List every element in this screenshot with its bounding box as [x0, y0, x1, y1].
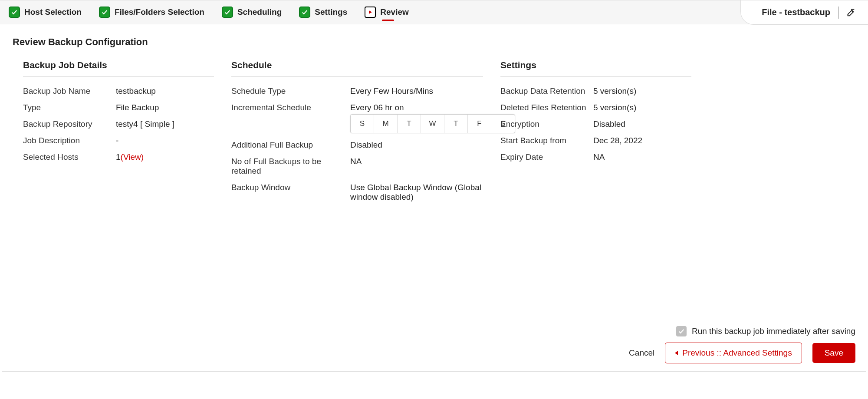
day-wed[interactable]: W: [421, 115, 444, 133]
step-files-folders-selection[interactable]: Files/Folders Selection: [99, 0, 204, 24]
label: Start Backup from: [500, 136, 587, 145]
label: Backup Window: [231, 183, 344, 202]
value: File Backup: [116, 103, 159, 112]
check-icon: [9, 7, 20, 18]
value: Every 06 hr on S M T W T F S: [350, 103, 515, 133]
label: Schedule Type: [231, 86, 344, 96]
context-tab: File - testbackup: [740, 0, 868, 25]
value: 5 version(s): [593, 103, 636, 112]
label: Type: [23, 103, 110, 112]
section-details: Backup Job Details Backup Job Name testb…: [23, 60, 214, 205]
value: Dec 28, 2022: [593, 136, 642, 145]
row-schedule-type: Schedule Type Every Few Hours/Mins: [231, 83, 483, 99]
label: Incremental Schedule: [231, 103, 344, 133]
hosts-count: 1: [116, 152, 121, 162]
edit-icon[interactable]: [846, 8, 856, 17]
value: testbackup: [116, 86, 156, 96]
view-hosts-link[interactable]: (View): [121, 152, 144, 162]
context-label: File - testbackup: [762, 7, 830, 17]
step-host-selection[interactable]: Host Selection: [9, 0, 82, 24]
row-deleted-retention: Deleted Files Retention 5 version(s): [500, 99, 691, 116]
label: Job Description: [23, 136, 110, 145]
row-expiry: Expiry Date NA: [500, 149, 691, 165]
check-icon: [99, 7, 110, 18]
incremental-text: Every 06 hr on: [350, 103, 515, 112]
page-title: Review Backup Configuration: [13, 36, 855, 48]
day-selector: S M T W T F S: [350, 114, 515, 133]
step-settings[interactable]: Settings: [299, 0, 347, 24]
value: -: [116, 136, 118, 145]
divider: [838, 7, 838, 19]
cancel-button[interactable]: Cancel: [629, 348, 654, 358]
section-title: Settings: [500, 60, 691, 77]
day-thu[interactable]: T: [444, 115, 468, 133]
value: Use Global Backup Window (Global window …: [350, 183, 483, 202]
row-incremental: Incremental Schedule Every 06 hr on S M …: [231, 99, 483, 137]
row-repo: Backup Repository testy4 [ Simple ]: [23, 116, 214, 132]
run-immediately-checkbox[interactable]: [676, 326, 687, 336]
play-icon: [365, 7, 376, 18]
day-sun[interactable]: S: [351, 115, 374, 133]
run-immediately-label: Run this backup job immediately after sa…: [692, 326, 855, 336]
row-selected-hosts: Selected Hosts 1(View): [23, 149, 214, 165]
label: Expiry Date: [500, 152, 587, 162]
step-label: Review: [380, 7, 408, 17]
day-mon[interactable]: M: [374, 115, 398, 133]
value: Every Few Hours/Mins: [350, 86, 433, 96]
day-tue[interactable]: T: [398, 115, 421, 133]
value: Disabled: [593, 119, 625, 129]
label: Backup Data Retention: [500, 86, 587, 96]
value: Disabled: [350, 140, 382, 150]
chevron-left-icon: [675, 351, 678, 355]
label: No of Full Backups to be retained: [231, 157, 344, 176]
review-page: Review Backup Configuration Backup Job D…: [2, 24, 866, 372]
step-label: Host Selection: [24, 7, 82, 17]
step-scheduling[interactable]: Scheduling: [222, 0, 282, 24]
row-full-retained: No of Full Backups to be retained NA: [231, 153, 483, 179]
run-immediately-row: Run this backup job immediately after sa…: [676, 326, 855, 336]
check-icon: [222, 7, 233, 18]
label: Deleted Files Retention: [500, 103, 587, 112]
row-backup-window: Backup Window Use Global Backup Window (…: [231, 179, 483, 205]
label: Backup Job Name: [23, 86, 110, 96]
save-button[interactable]: Save: [812, 343, 855, 363]
row-job-name: Backup Job Name testbackup: [23, 83, 214, 99]
step-review[interactable]: Review: [365, 0, 408, 24]
label: Selected Hosts: [23, 152, 110, 162]
label: Encryption: [500, 119, 587, 129]
svg-marker-0: [369, 10, 372, 14]
section-title: Schedule: [231, 60, 483, 77]
previous-button[interactable]: Previous :: Advanced Settings: [665, 343, 802, 363]
row-additional-full: Additional Full Backup Disabled: [231, 137, 483, 153]
row-type: Type File Backup: [23, 99, 214, 116]
previous-button-label: Previous :: Advanced Settings: [682, 348, 792, 358]
value: NA: [350, 157, 362, 176]
value: testy4 [ Simple ]: [116, 119, 174, 129]
value: NA: [593, 152, 605, 162]
button-row: Cancel Previous :: Advanced Settings Sav…: [629, 343, 855, 363]
row-encryption: Encryption Disabled: [500, 116, 691, 132]
value: 1(View): [116, 152, 144, 162]
section-settings: Settings Backup Data Retention 5 version…: [500, 60, 691, 205]
wizard-step-bar: Host Selection Files/Folders Selection S…: [0, 0, 868, 24]
value: 5 version(s): [593, 86, 636, 96]
footer: Run this backup job immediately after sa…: [13, 326, 855, 363]
section-title: Backup Job Details: [23, 60, 214, 77]
step-label: Files/Folders Selection: [115, 7, 204, 17]
step-label: Scheduling: [237, 7, 282, 17]
row-description: Job Description -: [23, 132, 214, 149]
label: Backup Repository: [23, 119, 110, 129]
day-fri[interactable]: F: [468, 115, 491, 133]
row-data-retention: Backup Data Retention 5 version(s): [500, 83, 691, 99]
step-label: Settings: [315, 7, 347, 17]
label: Additional Full Backup: [231, 140, 344, 150]
section-schedule: Schedule Schedule Type Every Few Hours/M…: [231, 60, 483, 205]
check-icon: [299, 7, 310, 18]
row-start-from: Start Backup from Dec 28, 2022: [500, 132, 691, 149]
